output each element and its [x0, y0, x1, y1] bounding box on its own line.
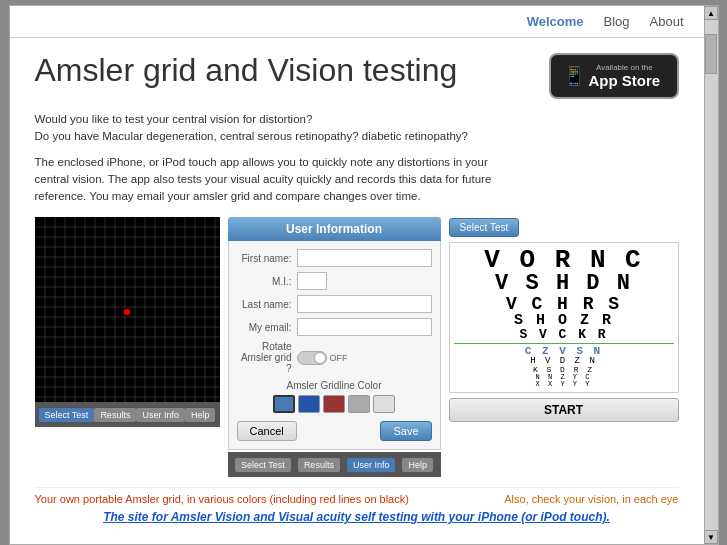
intro-line2: Do you have Macular degeneration, centra… — [35, 128, 495, 145]
app-store-available: Available on the — [589, 63, 661, 72]
color-swatch-blue[interactable] — [273, 395, 295, 413]
form-input-mi[interactable] — [297, 272, 327, 290]
form-input-lastname[interactable] — [297, 295, 432, 313]
select-test-button[interactable]: Select Test — [449, 218, 520, 237]
form-label-email: My email: — [237, 322, 297, 333]
intro-line3: The enclosed iPhone, or iPod touch app a… — [35, 154, 495, 206]
form-buttons: Cancel Save — [237, 421, 432, 441]
vision-row-2: V S H D N — [454, 273, 674, 295]
color-section: Amsler Gridline Color — [237, 380, 432, 413]
amsler-grid-section: Select Test Results User Info Help — [35, 217, 220, 477]
vision-row-4: S H O Z R — [454, 313, 674, 328]
form-input-email[interactable] — [297, 318, 432, 336]
grid-nav-select-test[interactable]: Select Test — [39, 408, 95, 422]
color-swatches — [237, 395, 432, 413]
form-label-mi: M.I.: — [237, 276, 297, 287]
form-row-firstname: First name: — [237, 249, 432, 267]
color-swatch-red[interactable] — [323, 395, 345, 413]
grid-nav-bar: Select Test Results User Info Help — [35, 402, 220, 427]
start-button[interactable]: START — [449, 398, 679, 422]
vision-row-3: V C H R S — [454, 295, 674, 313]
page-header: Amsler grid and Vision testing 📱 Availab… — [35, 53, 679, 99]
color-swatch-lightgray[interactable] — [373, 395, 395, 413]
form-input-firstname[interactable] — [297, 249, 432, 267]
form-title: User Information — [228, 217, 441, 241]
vision-chart: V O R N C V S H D N V C H R S S H O Z R … — [449, 242, 679, 393]
form-row-mi: M.I.: — [237, 272, 432, 290]
form-nav-user-info[interactable]: User Info — [347, 458, 396, 472]
footer-left-text: Your own portable Amsler grid, in variou… — [35, 493, 409, 505]
vision-row-5: S V C K R — [454, 328, 674, 341]
color-section-title: Amsler Gridline Color — [237, 380, 432, 391]
app-store-badge[interactable]: 📱 Available on the App Store — [549, 53, 679, 99]
footer-row1: Your own portable Amsler grid, in variou… — [35, 493, 679, 505]
nav-about[interactable]: About — [650, 14, 684, 29]
footer: Your own portable Amsler grid, in variou… — [35, 487, 679, 529]
toggle-switch[interactable]: OFF — [297, 351, 348, 365]
form-nav-bar: Select Test Results User Info Help — [228, 452, 441, 477]
footer-right-text: Also, check your vision, in each eye — [504, 493, 678, 505]
scrollbar-thumb[interactable] — [705, 34, 717, 74]
save-button[interactable]: Save — [380, 421, 431, 441]
scrollbar-down-arrow[interactable]: ▼ — [704, 530, 718, 544]
color-swatch-darkblue[interactable] — [298, 395, 320, 413]
footer-bottom-text[interactable]: The site for Amsler Vision and Visual ac… — [35, 510, 679, 524]
intro-section: Would you like to test your central visi… — [35, 111, 495, 146]
grid-nav-results[interactable]: Results — [94, 408, 136, 422]
vision-row-1: V O R N C — [454, 247, 674, 273]
grid-nav-user-info[interactable]: User Info — [136, 408, 185, 422]
grid-nav-help[interactable]: Help — [185, 408, 216, 422]
vision-test-section: Select Test V O R N C V S H D N V C H R … — [449, 217, 679, 477]
intro-line1: Would you like to test your central visi… — [35, 111, 495, 128]
cancel-button[interactable]: Cancel — [237, 421, 297, 441]
toggle-row: Rotate Amsler grid ? OFF — [237, 341, 432, 374]
vision-row-10: X X Y Y Y — [454, 381, 674, 388]
amsler-grid[interactable] — [35, 217, 220, 402]
nav-welcome[interactable]: Welcome — [527, 14, 584, 29]
svg-point-37 — [124, 309, 130, 315]
form-row-email: My email: — [237, 318, 432, 336]
form-nav-results[interactable]: Results — [298, 458, 340, 472]
page-title: Amsler grid and Vision testing — [35, 53, 458, 88]
nav-bar: Welcome Blog About — [10, 6, 704, 38]
toggle-label: Rotate Amsler grid ? — [237, 341, 297, 374]
form-label-lastname: Last name: — [237, 299, 297, 310]
form-label-firstname: First name: — [237, 253, 297, 264]
scrollbar-up-arrow[interactable]: ▲ — [704, 6, 718, 20]
form-nav-help[interactable]: Help — [402, 458, 433, 472]
nav-blog[interactable]: Blog — [603, 14, 629, 29]
app-store-name: App Store — [589, 72, 661, 89]
toggle-state: OFF — [330, 353, 348, 363]
color-swatch-gray[interactable] — [348, 395, 370, 413]
form-nav-select-test[interactable]: Select Test — [235, 458, 291, 472]
form-row-lastname: Last name: — [237, 295, 432, 313]
user-info-form: User Information First name: M.I.: Last … — [228, 217, 441, 477]
